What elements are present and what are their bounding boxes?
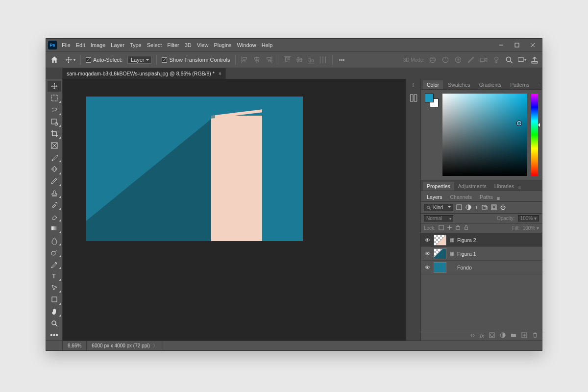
layer-filter-kind-dropdown[interactable]: Kind — [424, 204, 453, 211]
tab-adjustments[interactable]: Adjustments — [454, 182, 490, 191]
home-button[interactable] — [49, 54, 60, 65]
visibility-toggle-icon[interactable]: 👁 — [424, 237, 431, 243]
tab-layers[interactable]: Layers — [423, 193, 446, 201]
panel-flyout-icon[interactable]: ≡ — [497, 196, 500, 201]
layer-row[interactable]: 👁 ▦ Figura 1 — [421, 247, 542, 261]
tab-libraries[interactable]: Libraries — [490, 182, 518, 191]
layer-mask-icon[interactable] — [489, 332, 495, 339]
group-icon[interactable] — [511, 332, 516, 339]
filter-toggle-icon[interactable]: ⏻ — [500, 204, 506, 211]
lasso-tool[interactable] — [48, 104, 61, 115]
menu-edit[interactable]: Edit — [76, 42, 85, 48]
marquee-tool[interactable] — [48, 93, 61, 103]
auto-select-scope-dropdown[interactable]: Layer — [127, 56, 152, 64]
lock-all-icon[interactable] — [464, 225, 469, 231]
layer-style-icon[interactable]: fx — [480, 333, 484, 339]
color-field[interactable] — [442, 94, 527, 176]
hue-slider[interactable] — [531, 94, 538, 176]
blur-tool[interactable] — [48, 235, 61, 245]
share-icon[interactable] — [530, 55, 539, 64]
healing-tool[interactable] — [48, 164, 61, 174]
menu-3d[interactable]: 3D — [185, 42, 192, 48]
move-tool[interactable] — [48, 81, 61, 92]
slide-icon[interactable] — [466, 55, 475, 64]
fg-bg-swatches[interactable] — [425, 94, 439, 107]
frame-tool[interactable] — [48, 140, 61, 151]
lock-artboard-icon[interactable] — [455, 225, 461, 231]
align-bottom-icon[interactable] — [307, 55, 316, 64]
tab-swatches[interactable]: Swatches — [444, 80, 474, 89]
layer-name[interactable]: Figura 1 — [457, 251, 476, 257]
fill-field[interactable]: 100% ▾ — [523, 225, 539, 231]
close-tab-icon[interactable]: × — [219, 71, 221, 76]
menu-image[interactable]: Image — [91, 42, 106, 48]
edit-toolbar-button[interactable]: ••• — [48, 330, 61, 341]
brush-tool[interactable] — [48, 176, 61, 187]
align-top-icon[interactable] — [283, 55, 292, 64]
doc-dimensions[interactable]: 6000 px x 4000 px (72 ppi) 〉 — [87, 341, 163, 350]
zoom-tool[interactable] — [48, 318, 61, 329]
menu-help[interactable]: Help — [262, 42, 273, 48]
layer-thumbnail[interactable] — [434, 262, 446, 273]
panel-flyout-icon[interactable]: ≡ — [534, 80, 543, 89]
type-tool[interactable]: T — [48, 270, 61, 281]
filter-smart-icon[interactable] — [491, 204, 497, 211]
align-right-icon[interactable] — [264, 55, 273, 64]
history-brush-tool[interactable] — [48, 199, 61, 210]
visibility-toggle-icon[interactable]: 👁 — [424, 265, 431, 270]
eraser-tool[interactable] — [48, 211, 61, 222]
visibility-toggle-icon[interactable]: 👁 — [424, 251, 431, 257]
pen-tool[interactable] — [48, 259, 61, 270]
distribute-icon[interactable] — [318, 55, 327, 64]
menu-type[interactable]: Type — [130, 42, 142, 48]
tool-preset-picker[interactable]: ▾ — [65, 54, 75, 65]
menu-layer[interactable]: Layer — [111, 42, 124, 48]
stamp-tool[interactable] — [48, 188, 61, 198]
layer-row[interactable]: 👁 ▦ Figura 2 — [421, 233, 542, 247]
document-tab[interactable]: sam-moqadam-b3kL6kBOEWs-unsplash.jpg @ 8… — [63, 68, 226, 79]
tab-color[interactable]: Color — [423, 80, 443, 89]
adjustment-layer-icon[interactable] — [500, 332, 506, 339]
lock-pixels-icon[interactable] — [439, 225, 444, 231]
menu-file[interactable]: File — [62, 42, 71, 48]
filter-pixel-icon[interactable] — [456, 204, 462, 211]
layer-row[interactable]: 👁 Fondo — [421, 261, 542, 274]
filter-shape-icon[interactable] — [482, 204, 488, 211]
lightbulb-icon[interactable] — [492, 55, 501, 64]
dodge-tool[interactable] — [48, 247, 61, 258]
document-canvas[interactable] — [86, 97, 303, 241]
show-transform-checkbox[interactable]: Show Transform Controls — [162, 57, 230, 63]
hand-tool[interactable] — [48, 306, 61, 317]
layer-name[interactable]: Fondo — [457, 265, 472, 270]
orbit-icon[interactable] — [428, 55, 437, 64]
close-button[interactable] — [525, 40, 540, 50]
eyedropper-tool[interactable] — [48, 152, 61, 163]
menu-view[interactable]: View — [197, 42, 209, 48]
lock-position-icon[interactable] — [447, 225, 452, 231]
panel-flyout-icon[interactable]: ≡ — [518, 185, 521, 191]
filter-adjust-icon[interactable] — [466, 204, 471, 211]
search-icon[interactable] — [505, 55, 514, 64]
camera-icon[interactable] — [479, 55, 488, 64]
menu-filter[interactable]: Filter — [167, 42, 179, 48]
align-hcenter-icon[interactable] — [252, 55, 261, 64]
opacity-field[interactable]: 100% ▾ — [518, 215, 539, 221]
delete-layer-icon[interactable] — [532, 332, 538, 339]
layer-thumbnail[interactable] — [434, 248, 446, 259]
tab-paths[interactable]: Paths — [476, 193, 497, 201]
foreground-color-swatch[interactable] — [425, 94, 434, 102]
canvas-area[interactable] — [63, 79, 406, 341]
crop-tool[interactable] — [48, 128, 61, 139]
blend-mode-dropdown[interactable]: Normal ▾ — [424, 215, 453, 221]
menu-plugins[interactable]: Plugins — [214, 42, 231, 48]
align-vcenter-icon[interactable] — [295, 55, 304, 64]
selection-tool[interactable] — [48, 117, 61, 127]
filter-type-icon[interactable]: T — [475, 204, 478, 211]
screenmode-icon[interactable]: ▾ — [517, 55, 526, 64]
shape-tool[interactable] — [48, 294, 61, 305]
new-layer-icon[interactable] — [521, 332, 527, 339]
layer-thumbnail[interactable] — [434, 235, 446, 245]
menu-window[interactable]: Window — [237, 42, 256, 48]
history-panel-icon[interactable] — [409, 94, 418, 102]
maximize-button[interactable] — [510, 40, 524, 50]
